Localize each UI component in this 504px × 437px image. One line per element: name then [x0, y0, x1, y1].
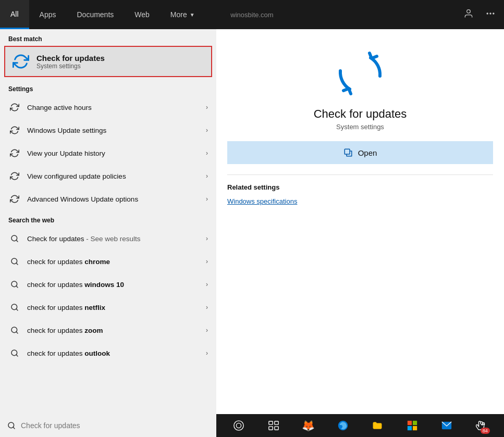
firefox-button[interactable]: 🦊 [298, 415, 318, 436]
firefox-icon: 🦊 [302, 419, 315, 432]
check-for-updates-icon [334, 50, 386, 97]
best-match-subtitle: System settings [36, 63, 105, 70]
svg-line-7 [16, 263, 18, 265]
person-icon[interactable] [460, 5, 477, 24]
list-item-change-active-hours[interactable]: Change active hours › [0, 96, 216, 119]
svg-line-13 [16, 332, 18, 333]
svg-rect-25 [408, 421, 412, 425]
mail-icon [441, 420, 452, 431]
svg-point-0 [467, 9, 471, 13]
nav-tabs: All Apps Documents Web More ▼ [0, 0, 205, 29]
ellipsis-icon[interactable] [482, 5, 499, 24]
item-text-view-policies: View configured update policies [27, 172, 206, 180]
list-item-search-w10[interactable]: check for updates windows 10 › [0, 273, 216, 296]
tab-apps[interactable]: Apps [29, 0, 67, 29]
svg-rect-26 [413, 421, 417, 425]
svg-line-18 [13, 427, 15, 429]
right-subtitle: System settings [336, 123, 384, 131]
right-icon-area [334, 50, 386, 99]
taskbar-right: 🦊 [216, 415, 504, 436]
ms-store-button[interactable] [402, 415, 423, 436]
list-item-search-netflix[interactable]: check for updates netflix › [0, 296, 216, 319]
open-label: Open [358, 148, 377, 157]
svg-rect-23 [269, 427, 273, 430]
item-text-search-cfu: Check for updates - See web results [27, 235, 206, 243]
tab-documents[interactable]: Documents [66, 0, 124, 29]
list-item-windows-update-settings[interactable]: Windows Update settings › [0, 119, 216, 142]
mail-button[interactable] [436, 415, 457, 436]
tab-more[interactable]: More ▼ [160, 0, 205, 29]
svg-line-11 [16, 309, 18, 310]
list-item-view-policies[interactable]: View configured update policies › [0, 165, 216, 188]
chevron-right-sw2: › [206, 281, 208, 288]
chevron-right-icon: › [206, 104, 208, 111]
search-icon-2 [8, 278, 21, 291]
windows-specifications-link[interactable]: Windows specifications [227, 197, 493, 205]
svg-line-9 [16, 286, 18, 288]
chevron-right-icon-2: › [206, 127, 208, 134]
watermark: winosbite.com [230, 11, 273, 19]
item-text-wu-settings: Windows Update settings [27, 127, 206, 134]
list-item-view-history[interactable]: View your Update history › [0, 142, 216, 165]
right-panel: Check for updates System settings Open R… [216, 29, 504, 414]
item-text-advanced: Advanced Windows Update options [27, 195, 206, 203]
settings-label: Settings [0, 79, 216, 96]
item-text-outlook: check for updates outlook [27, 349, 206, 357]
external-link-icon [343, 148, 353, 157]
svg-point-1 [487, 13, 488, 14]
svg-line-5 [16, 240, 18, 242]
list-item-search-cfu[interactable]: Check for updates - See web results › [0, 227, 216, 250]
svg-rect-22 [275, 421, 278, 424]
chevron-right-sw3: › [206, 304, 208, 311]
chevron-right-icon-4: › [206, 172, 208, 180]
search-input[interactable] [21, 421, 209, 430]
task-view-button[interactable] [263, 415, 284, 436]
list-item-search-outlook[interactable]: check for updates outlook › [0, 342, 216, 365]
tab-web[interactable]: Web [124, 0, 160, 29]
tab-web-label: Web [134, 10, 150, 19]
chevron-right-icon-3: › [206, 149, 208, 157]
cortana-button[interactable] [228, 415, 249, 436]
item-text-view-history: View your Update history [27, 149, 206, 157]
item-text-netflix: check for updates netflix [27, 304, 206, 311]
search-icon-1 [8, 255, 21, 268]
refresh-small-icon-2 [8, 124, 21, 136]
open-button[interactable]: Open [227, 141, 493, 164]
nav-actions [460, 5, 504, 24]
file-explorer-button[interactable] [367, 415, 388, 436]
left-panel: Best match Check for updates System sett… [0, 29, 216, 414]
tab-more-label: More [170, 10, 187, 19]
search-icon-5 [8, 347, 21, 359]
svg-point-19 [234, 421, 243, 430]
taskbar-search-icon [7, 421, 16, 430]
list-item-search-chrome[interactable]: check for updates chrome › [0, 250, 216, 273]
tab-all[interactable]: All [0, 0, 29, 29]
svg-rect-21 [269, 421, 273, 424]
search-web-label: Search the web [0, 210, 216, 227]
search-prefix-0: Check for updates [27, 235, 84, 243]
chevron-right-sw1: › [206, 258, 208, 265]
related-settings-label: Related settings [227, 183, 493, 193]
svg-rect-16 [345, 149, 350, 154]
edge-icon [337, 420, 349, 431]
search-bar-area [0, 414, 216, 437]
list-item-advanced-options[interactable]: Advanced Windows Update options › [0, 188, 216, 210]
item-text-w10: check for updates windows 10 [27, 281, 206, 289]
svg-point-3 [493, 13, 494, 14]
refresh-icon [11, 52, 30, 71]
search-icon-4 [8, 324, 21, 336]
item-text-change-active: Change active hours [27, 104, 206, 111]
svg-rect-28 [413, 426, 417, 430]
list-item-search-zoom[interactable]: check for updates zoom › [0, 319, 216, 342]
taskbar: 🦊 [0, 414, 504, 437]
unknown-button[interactable]: 84 [471, 415, 492, 436]
right-title: Check for updates [314, 107, 407, 121]
cortana-icon [233, 420, 244, 431]
tab-documents-label: Documents [77, 10, 114, 19]
svg-point-2 [489, 13, 491, 14]
svg-rect-27 [408, 426, 412, 430]
svg-line-15 [16, 355, 18, 356]
best-match-item[interactable]: Check for updates System settings [4, 46, 212, 77]
edge-button[interactable] [333, 415, 353, 436]
refresh-small-icon-4 [8, 170, 21, 182]
